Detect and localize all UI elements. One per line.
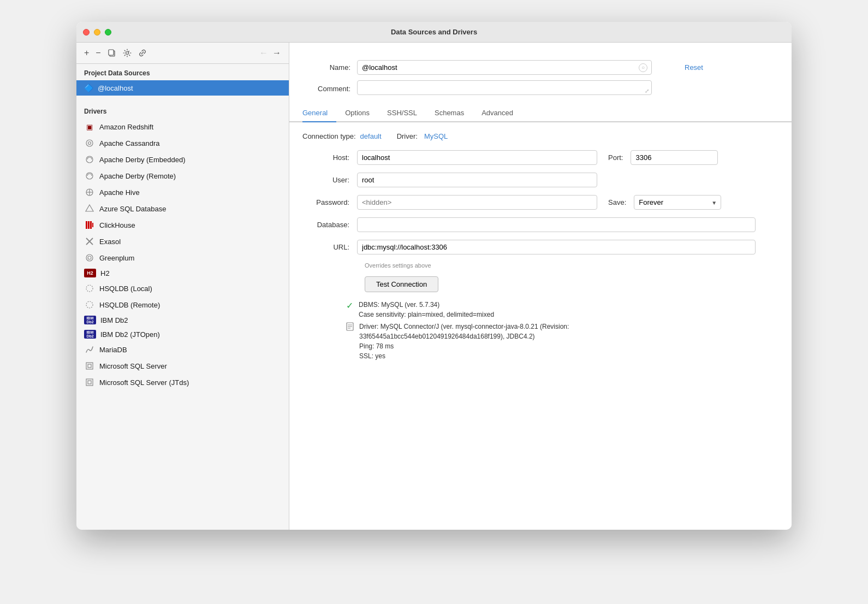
- driver-item-amazon-redshift[interactable]: Amazon Redshift: [76, 119, 289, 135]
- driver-value[interactable]: MySQL: [424, 132, 448, 140]
- drivers-list: Amazon Redshift Apache Cassandra Apache …: [76, 119, 289, 530]
- driver-item-mssql[interactable]: Microsoft SQL Server: [76, 358, 289, 374]
- driver-item-azure-sql[interactable]: Azure SQL Database: [76, 200, 289, 217]
- mssql-icon: [84, 360, 95, 371]
- port-group: Port:: [608, 150, 718, 165]
- password-input[interactable]: [357, 195, 597, 210]
- apache-cassandra-label: Apache Cassandra: [99, 139, 160, 147]
- driver-item-apache-cassandra[interactable]: Apache Cassandra: [76, 135, 289, 151]
- ibm-db2-label: IBM Db2: [100, 316, 128, 324]
- driver-item-mariadb[interactable]: MariaDB: [76, 341, 289, 358]
- port-input[interactable]: [631, 150, 718, 165]
- right-panel: Name: ○ Reset Comment: ⤢ Gene: [289, 43, 792, 530]
- back-button[interactable]: ←: [258, 47, 269, 59]
- driver-item-exasol[interactable]: Exasol: [76, 233, 289, 250]
- main-window: Data Sources and Drivers + −: [76, 22, 792, 530]
- save-select[interactable]: Forever Until restart Never: [634, 195, 721, 210]
- apache-hive-label: Apache Hive: [99, 188, 140, 197]
- connection-type-row: Connection type: default Driver: MySQL: [302, 132, 778, 140]
- copy-button[interactable]: [106, 48, 117, 58]
- user-label: User:: [302, 176, 357, 184]
- selected-datasource[interactable]: 🔷 @localhost: [76, 80, 289, 96]
- apache-derby-embedded-label: Apache Derby (Embedded): [99, 156, 186, 164]
- test-connection-button[interactable]: Test Connection: [365, 276, 438, 292]
- close-button[interactable]: [83, 29, 90, 35]
- conn-type-value[interactable]: default: [360, 132, 382, 140]
- link-button[interactable]: [137, 48, 148, 58]
- ibm-db2-jtopen-icon: IBMDb2: [84, 330, 96, 339]
- forward-button[interactable]: →: [271, 47, 282, 59]
- password-row: Password: Save: Forever Until restart Ne…: [302, 195, 778, 210]
- svg-marker-10: [86, 205, 93, 211]
- status-check-text: DBMS: MySQL (ver. 5.7.34)Case sensitivit…: [359, 300, 494, 319]
- remove-button[interactable]: −: [94, 47, 102, 59]
- svg-rect-1: [109, 50, 114, 55]
- mariadb-icon: [84, 344, 95, 355]
- driver-item-mssql-azure[interactable]: Microsoft SQL Server (JTds): [76, 374, 289, 390]
- driver-item-greenplum[interactable]: Greenplum: [76, 250, 289, 266]
- minimize-button[interactable]: [94, 29, 100, 35]
- tabs-bar: General Options SSH/SSL Schemas Advanced: [289, 104, 792, 122]
- svg-rect-12: [88, 221, 90, 229]
- driver-item-hsqldb-remote[interactable]: HSQLDB (Remote): [76, 297, 289, 313]
- check-icon: ✓: [346, 300, 353, 311]
- driver-item-apache-hive[interactable]: Apache Hive: [76, 184, 289, 200]
- url-label: URL:: [302, 243, 357, 251]
- comment-input-wrap: ⤢: [357, 80, 652, 97]
- clickhouse-label: ClickHouse: [99, 221, 135, 229]
- driver-item-apache-derby-embedded[interactable]: Apache Derby (Embedded): [76, 151, 289, 168]
- host-input[interactable]: [357, 150, 597, 165]
- settings-button[interactable]: [122, 48, 133, 58]
- tab-schemas[interactable]: Schemas: [426, 104, 473, 122]
- tab-advanced[interactable]: Advanced: [473, 104, 522, 122]
- reset-button[interactable]: Reset: [685, 63, 703, 72]
- window-title: Data Sources and Drivers: [391, 28, 477, 36]
- maximize-button[interactable]: [105, 29, 111, 35]
- apache-cassandra-icon: [84, 138, 95, 149]
- conn-type-label: Connection type:: [302, 132, 356, 140]
- nav-buttons: ← →: [258, 47, 282, 59]
- tab-options[interactable]: Options: [336, 104, 378, 122]
- save-select-wrap: Forever Until restart Never ▼: [634, 195, 721, 210]
- url-input[interactable]: [357, 240, 756, 254]
- h2-icon: H2: [84, 269, 96, 277]
- svg-rect-24: [88, 381, 91, 384]
- project-section-header: Project Data Sources: [76, 64, 289, 80]
- driver-item-clickhouse[interactable]: ClickHouse: [76, 217, 289, 233]
- save-label: Save:: [608, 198, 626, 206]
- host-label: Host:: [302, 153, 357, 162]
- expand-icon[interactable]: ⤢: [645, 88, 649, 94]
- user-input[interactable]: [357, 173, 597, 187]
- main-content: + −: [76, 43, 792, 530]
- svg-rect-13: [90, 221, 92, 229]
- name-input[interactable]: [357, 60, 652, 75]
- driver-item-hsqldb-local[interactable]: HSQLDB (Local): [76, 280, 289, 297]
- titlebar: Data Sources and Drivers: [76, 22, 792, 43]
- datasource-label: @localhost: [98, 84, 133, 92]
- name-label: Name:: [302, 63, 357, 72]
- document-icon: [346, 322, 354, 333]
- svg-rect-11: [86, 221, 87, 229]
- driver-item-ibm-db2-jtopen[interactable]: IBMDb2 IBM Db2 (JTOpen): [76, 327, 289, 341]
- traffic-lights: [83, 29, 111, 35]
- tab-general[interactable]: General: [302, 104, 336, 122]
- status-driver-row: Driver: MySQL Connector/J (ver. mysql-co…: [346, 322, 778, 361]
- driver-item-h2[interactable]: H2 H2: [76, 266, 289, 280]
- comment-label: Comment:: [302, 85, 357, 93]
- apache-derby-remote-label: Apache Derby (Remote): [99, 172, 176, 180]
- database-label: Database:: [302, 221, 357, 229]
- status-driver-text: Driver: MySQL Connector/J (ver. mysql-co…: [359, 322, 569, 361]
- add-button[interactable]: +: [83, 47, 90, 59]
- apache-derby-embedded-icon: [84, 154, 95, 165]
- user-row: User:: [302, 173, 778, 187]
- status-section: ✓ DBMS: MySQL (ver. 5.7.34)Case sensitiv…: [346, 300, 778, 361]
- comment-input[interactable]: [357, 80, 652, 95]
- port-label: Port:: [608, 153, 623, 162]
- driver-item-ibm-db2[interactable]: IBMDb2 IBM Db2: [76, 313, 289, 327]
- tab-ssh-ssl[interactable]: SSH/SSL: [378, 104, 426, 122]
- svg-point-20: [86, 301, 93, 308]
- driver-item-apache-derby-remote[interactable]: Apache Derby (Remote): [76, 168, 289, 184]
- database-input[interactable]: [357, 217, 756, 232]
- drivers-section-header: Drivers: [76, 102, 289, 119]
- hsqldb-local-label: HSQLDB (Local): [99, 285, 152, 293]
